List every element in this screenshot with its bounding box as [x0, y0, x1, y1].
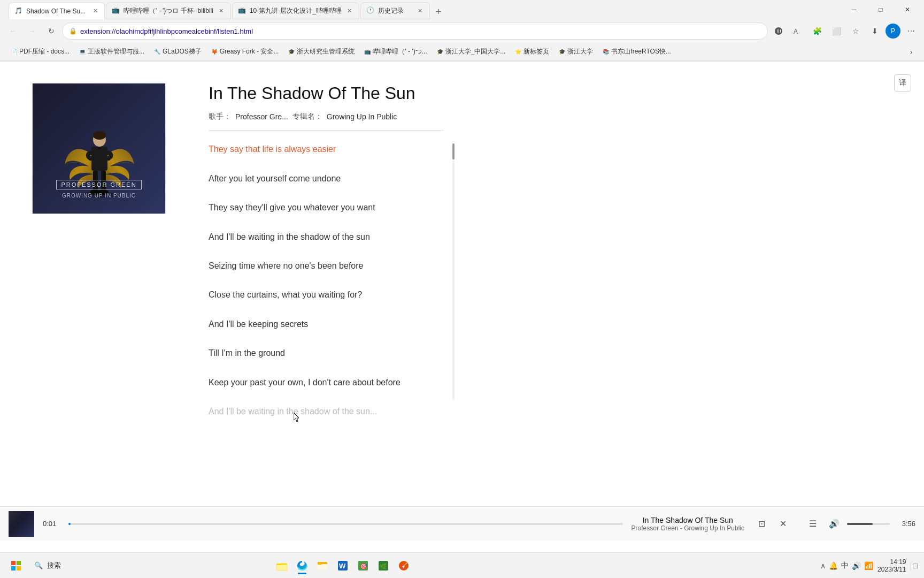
app5-icon: 🎯	[357, 560, 369, 572]
lyric-line-7[interactable]: And I'll be keeping secrets	[209, 318, 444, 330]
tab-favicon-2: 📺	[112, 6, 120, 15]
player-duration: 3:56	[898, 520, 915, 528]
system-icons: ∧ 🔔 中 🔊 📶	[820, 561, 873, 571]
bookmark-newtab[interactable]: ⭐ 新标签页	[511, 45, 553, 59]
bookmark-favicon-5: 🎓	[288, 49, 295, 55]
bookmarks-more-button[interactable]: ›	[905, 45, 918, 58]
tab-3[interactable]: 📺 10-第九讲-层次化设计_哔哩哔哩 ✕	[232, 2, 359, 19]
read-aloud-button[interactable]	[770, 22, 787, 40]
tab-favicon-3: 📺	[238, 6, 247, 15]
player-volume-button[interactable]: 🔊	[826, 515, 843, 533]
bookmark-label-10: 书东山freeRTOS快...	[611, 47, 671, 56]
player-current-time: 0:01	[43, 520, 60, 528]
taskbar-app-fileexplorer[interactable]	[272, 556, 291, 575]
tab-close-4[interactable]: ✕	[415, 6, 425, 16]
player-close-button[interactable]: ✕	[774, 515, 791, 533]
bookmark-favicon-9: 🎓	[559, 49, 565, 55]
lyric-line-1[interactable]: They say that life is always easier	[209, 143, 444, 155]
split-view-button[interactable]: ⬜	[828, 22, 845, 40]
taskbar-app-word[interactable]: W	[333, 556, 352, 575]
lyric-line-3[interactable]: They say they'll give you whatever you w…	[209, 202, 444, 214]
svg-rect-19	[318, 564, 327, 569]
bookmark-label-1: PDF压缩 - docs...	[19, 47, 70, 56]
bookmark-freertos[interactable]: 📚 书东山freeRTOS快...	[598, 45, 675, 59]
refresh-button[interactable]: ↻	[43, 22, 60, 40]
system-clock[interactable]: 14:19 2023/3/11	[877, 558, 906, 573]
taskbar-app-7[interactable]: 🎸	[394, 556, 413, 575]
toolbar-icons: A 🧩 ⬜ ☆ ⬇ P ⋯	[770, 22, 920, 40]
bookmark-greasyfork[interactable]: 🦊 Greasy Fork - 安全...	[207, 45, 283, 59]
downloads-button[interactable]: ⬇	[866, 22, 883, 40]
player-right-controls: ⊡ ✕	[753, 515, 791, 533]
lyric-line-10[interactable]: And I'll be waiting in the shadow of the…	[209, 406, 444, 417]
edge-icon	[296, 560, 308, 572]
player-progress-bar[interactable]	[68, 523, 623, 525]
forward-button[interactable]: →	[24, 22, 41, 40]
extensions-button[interactable]: 🧩	[808, 22, 826, 40]
bookmark-zju-mooc[interactable]: 🎓 浙江大学_中国大学...	[433, 45, 510, 59]
bookmark-label-4: Greasy Fork - 安全...	[220, 47, 279, 56]
chevron-up-icon[interactable]: ∧	[820, 561, 826, 570]
translate-toolbar-button[interactable]: A	[789, 22, 806, 40]
player-queue-button[interactable]: ☰	[804, 515, 821, 533]
lyric-line-9[interactable]: Keep your past your own, I don't care ab…	[209, 377, 444, 389]
clock-time: 14:19	[890, 558, 906, 566]
wifi-icon[interactable]: 📶	[864, 561, 873, 570]
tab-4[interactable]: 🕐 历史记录 ✕	[360, 2, 430, 19]
lyric-line-8[interactable]: Till I'm in the ground	[209, 347, 444, 359]
scroll-indicator[interactable]	[452, 143, 455, 400]
volume-sys-icon[interactable]: 🔊	[852, 561, 861, 570]
maximize-button[interactable]: □	[868, 1, 893, 18]
tab-2[interactable]: 📺 哔哩哔哩（' - ')つロ 千杯--bilibili ✕	[106, 2, 231, 19]
player-center: In The Shadow Of The Sun Professor Green…	[632, 516, 744, 532]
url-bar[interactable]: 🔒 extension://olaohimdpfifjlhlinbpcomeal…	[62, 22, 768, 40]
bookmark-favicon-1: 📄	[11, 49, 17, 55]
profile-avatar[interactable]: P	[886, 24, 900, 39]
start-button[interactable]	[6, 556, 26, 575]
lyric-line-5[interactable]: Seizing time where no one's been before	[209, 260, 444, 272]
minimize-button[interactable]: ─	[842, 1, 866, 18]
media-player: 0:01 In The Shadow Of The Sun Professor …	[0, 506, 924, 541]
bookmark-software[interactable]: 💻 正版软件管理与服...	[75, 45, 149, 59]
bookmark-glados[interactable]: 🔧 GLaDOS梯子	[150, 45, 206, 59]
favorites-button[interactable]: ☆	[847, 22, 864, 40]
page-content: PROFESSOR GREEN GROWING UP IN PUBLIC In …	[0, 62, 924, 479]
player-progress-fill	[68, 523, 71, 525]
notification-icon[interactable]: 🔔	[829, 561, 838, 570]
close-button[interactable]: ✕	[895, 1, 920, 18]
album-value: Growing Up In Public	[327, 112, 397, 121]
player-artist-album: Professor Green - Growing Up In Public	[632, 524, 744, 532]
new-tab-button[interactable]: +	[431, 4, 446, 19]
svg-point-3	[93, 131, 106, 140]
lyric-line-6[interactable]: Close the curtains, what you waiting for…	[209, 289, 444, 301]
taskbar-app-5[interactable]: 🎯	[353, 556, 373, 575]
bookmark-bilibili[interactable]: 📺 哔哩哔哩（' - ')つ...	[360, 45, 431, 59]
tab-close-2[interactable]: ✕	[217, 6, 226, 16]
settings-button[interactable]: ⋯	[903, 22, 920, 40]
show-desktop-button[interactable]: □	[911, 561, 918, 570]
translate-button[interactable]: 译	[894, 74, 911, 92]
bookmark-label-7: 浙江大学_中国大学...	[445, 47, 506, 56]
tab-close-1[interactable]: ✕	[90, 6, 100, 16]
svg-rect-11	[17, 561, 21, 565]
lyric-line-4[interactable]: And I'll be waiting in the shadow of the…	[209, 231, 444, 243]
player-window-button[interactable]: ⊡	[753, 515, 770, 533]
scroll-thumb[interactable]	[452, 143, 455, 159]
taskbar-app-filemanager[interactable]	[313, 556, 332, 575]
back-button[interactable]: ←	[4, 22, 21, 40]
taskbar-search[interactable]: 🔍 搜索	[28, 556, 67, 575]
bookmark-pdf[interactable]: 📄 PDF压缩 - docs...	[6, 45, 74, 59]
tab-active[interactable]: 🎵 Shadow Of The Su... ✕	[9, 2, 105, 19]
bookmark-favicon-2: 💻	[79, 49, 86, 55]
bookmark-zju[interactable]: 🎓 浙江大学	[555, 45, 597, 59]
ime-icon[interactable]: 中	[841, 561, 849, 571]
taskbar-app-edge[interactable]	[292, 556, 312, 575]
bookmark-label-5: 浙大研究生管理系统	[297, 47, 355, 56]
tab-close-3[interactable]: ✕	[345, 6, 355, 16]
player-bottom-controls: ☰ 🔊	[804, 515, 890, 533]
volume-slider[interactable]	[847, 523, 890, 525]
url-text: extension://olaohimdpfifjlhlinbpcomealce…	[80, 27, 761, 35]
lyric-line-2[interactable]: After you let yourself come undone	[209, 173, 444, 185]
taskbar-app-6[interactable]: 🌿	[374, 556, 393, 575]
bookmark-zju-mgmt[interactable]: 🎓 浙大研究生管理系统	[284, 45, 359, 59]
